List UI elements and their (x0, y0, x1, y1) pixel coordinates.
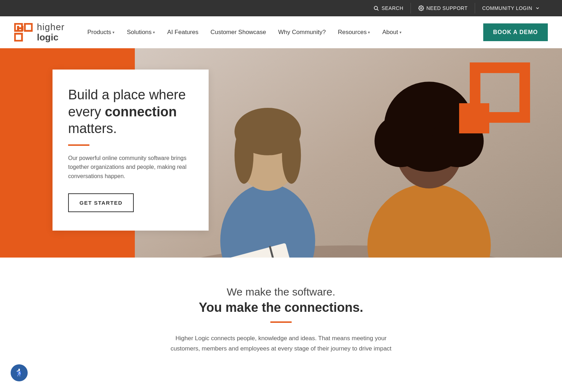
chevron-down-icon: ▾ (153, 30, 155, 35)
svg-point-2 (420, 7, 422, 9)
svg-point-16 (282, 127, 301, 184)
chevron-down-icon: ▾ (400, 30, 402, 35)
get-started-button[interactable]: GET STARTED (68, 193, 134, 212)
nav-item-customer-showcase[interactable]: Customer Showcase (205, 25, 271, 39)
gear-icon (418, 5, 424, 11)
below-hero-divider (270, 321, 292, 323)
support-button[interactable]: NEED SUPPORT (411, 3, 475, 13)
nav-item-ai-features[interactable]: AI Features (162, 25, 203, 39)
svg-rect-4 (15, 34, 22, 41)
hero-decoration (459, 62, 530, 133)
nav-item-resources[interactable]: Resources ▾ (333, 25, 375, 39)
svg-point-15 (235, 127, 254, 184)
chevron-down-icon (534, 5, 541, 11)
accessibility-icon: ♿ (14, 368, 24, 368)
below-hero-body: Higher Logic connects people, knowledge … (164, 333, 398, 354)
hero-description: Our powerful online community software b… (68, 154, 193, 181)
nav-item-solutions[interactable]: Solutions ▾ (122, 25, 160, 39)
hero-headline: Build a place where every connection mat… (68, 87, 193, 137)
community-login-button[interactable]: COMMUNITY LOGIN (475, 3, 548, 13)
search-button[interactable]: SEARCH (366, 3, 411, 13)
search-icon (373, 5, 379, 11)
svg-rect-6 (17, 26, 19, 31)
chevron-down-icon: ▾ (112, 30, 115, 35)
svg-point-20 (375, 115, 427, 167)
hero-section: Build a place where every connection mat… (0, 48, 562, 258)
svg-rect-7 (21, 26, 23, 31)
below-hero-main-headline: You make the connections. (14, 300, 548, 315)
chevron-down-icon: ▾ (368, 30, 370, 35)
nav-item-why-community[interactable]: Why Community? (273, 25, 331, 39)
top-bar: SEARCH NEED SUPPORT COMMUNITY LOGIN (0, 0, 562, 16)
below-hero-section: We make the software. You make the conne… (0, 258, 562, 368)
logo-icon (14, 23, 33, 42)
svg-point-0 (374, 6, 378, 10)
svg-line-1 (377, 9, 379, 11)
nav-item-products[interactable]: Products ▾ (82, 25, 120, 39)
hero-divider (68, 144, 89, 146)
logo-text: higher logic (37, 22, 65, 42)
logo[interactable]: higher logic (14, 22, 65, 42)
hero-content-card: Build a place where every connection mat… (53, 70, 209, 231)
svg-rect-5 (25, 24, 32, 31)
main-navigation: higher logic Products ▾ Solutions ▾ AI F… (0, 16, 562, 48)
nav-links: Products ▾ Solutions ▾ AI Features Custo… (82, 25, 483, 39)
book-demo-button[interactable]: BOOK A DEMO (483, 23, 548, 41)
below-hero-sub-headline: We make the software. (14, 286, 548, 298)
svg-rect-8 (19, 27, 21, 29)
nav-item-about[interactable]: About ▾ (377, 25, 406, 39)
